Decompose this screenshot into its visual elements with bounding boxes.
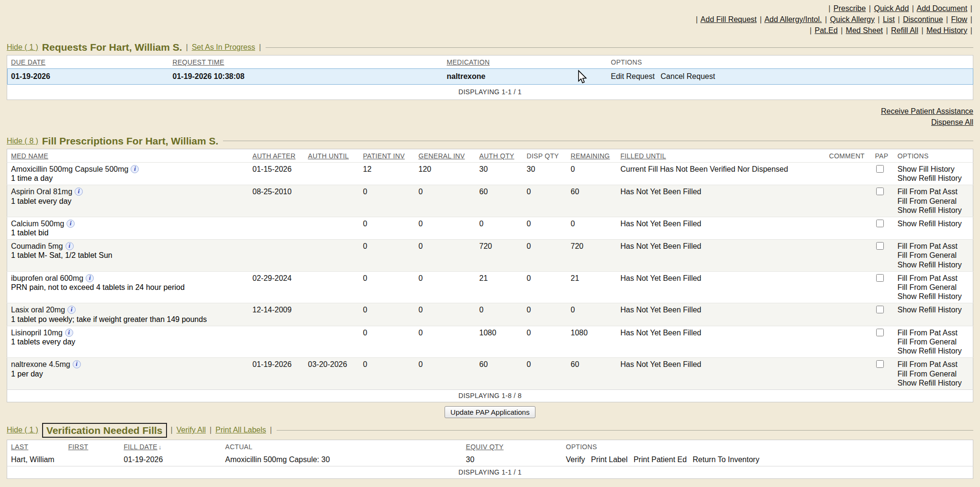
col-filled-until[interactable]: FILLED UNTIL [621,152,666,160]
separator: | [825,15,827,23]
fill-from-general-link[interactable]: Fill From General [898,251,969,260]
nav-quick-add[interactable]: Quick Add [874,4,909,12]
fills-section-title: Fill Prescriptions For Hart, William S. [42,135,219,147]
col-general-inv[interactable]: GENERAL INV [419,152,465,160]
col-due-date[interactable]: DUE DATE [11,58,45,66]
info-icon[interactable]: i [131,165,139,173]
show-refill-history-link[interactable]: Show Refill History [898,206,969,215]
pap-checkbox[interactable] [876,188,884,195]
pap-checkbox[interactable] [876,306,884,313]
col-remaining[interactable]: REMAINING [571,152,610,160]
nav-add-document[interactable]: Add Document [917,4,968,12]
fill-row-coumadin: Coumadin 5mgi 1 tablet M- Sat, 1/2 table… [7,240,973,272]
info-icon[interactable]: i [75,188,83,196]
info-icon[interactable]: i [65,329,73,337]
pap-checkbox[interactable] [876,329,884,336]
nav-pat-ed[interactable]: Pat.Ed [815,26,838,34]
col-patient-inv[interactable]: PATIENT INV [363,152,405,160]
print-all-labels-link[interactable]: Print All Labels [215,426,266,434]
col-disp-qty: DISP QTY [527,152,559,160]
nav-add-allergy-intol[interactable]: Add Allergy/Intol. [764,15,822,23]
return-to-inventory-link[interactable]: Return To Inventory [693,455,759,464]
pap-checkbox[interactable] [876,242,884,250]
cancel-request-link[interactable]: Cancel Request [661,72,715,80]
nav-add-fill-request[interactable]: Add Fill Request [701,15,757,23]
separator: | [270,426,272,434]
receive-patient-assistance-link[interactable]: Receive Patient Assistance [881,107,973,115]
col-medication[interactable]: MEDICATION [447,58,490,66]
nav-list[interactable]: List [883,15,895,23]
remaining-cell: 0 [567,162,617,185]
fill-from-general-link[interactable]: Fill From General [898,283,969,292]
fill-row-ibuprofen: ibuprofen oral 600mgi PRN pain, not to e… [7,271,973,303]
col-comment: COMMENT [829,152,865,160]
col-first[interactable]: FIRST [68,443,89,451]
col-request-time[interactable]: REQUEST TIME [173,58,224,66]
hide-verification-link[interactable]: Hide ( 1 ) [7,426,38,434]
fill-from-general-link[interactable]: Fill From General [898,197,969,206]
fill-from-pat-asst-link[interactable]: Fill From Pat Asst [898,360,969,369]
pap-cell [871,162,894,185]
equiv-qty-cell: 30 [462,453,562,466]
show-refill-history-link[interactable]: Show Refill History [898,219,969,228]
pap-checkbox[interactable] [876,274,884,282]
pap-checkbox[interactable] [876,360,884,368]
disp-qty-cell: 0 [523,271,567,303]
fill-from-pat-asst-link[interactable]: Fill From Pat Asst [898,242,969,251]
info-icon[interactable]: i [66,242,74,250]
auth-qty-cell: 0 [476,303,523,326]
med-cell: Aspirin Oral 81mgi 1 tablet every day [7,185,249,217]
print-patient-ed-link[interactable]: Print Patient Ed [634,455,687,464]
col-auth-until[interactable]: AUTH UNTIL [308,152,349,160]
separator: | [259,43,261,52]
pap-checkbox[interactable] [876,220,884,227]
col-auth-after[interactable]: AUTH AFTER [253,152,296,160]
nav-prescribe[interactable]: Prescribe [834,4,866,12]
info-icon[interactable]: i [67,220,75,228]
fill-from-pat-asst-link[interactable]: Fill From Pat Asst [898,274,969,283]
dispense-all-link[interactable]: Dispense All [931,118,973,126]
col-med-name[interactable]: MED NAME [11,152,48,160]
auth-after-cell: 01-19-2026 [249,358,304,390]
nav-discontinue[interactable]: Discontinue [903,15,943,23]
nav-flow[interactable]: Flow [951,15,968,23]
info-icon[interactable]: i [67,306,76,314]
comment-cell [825,162,871,185]
remaining-cell: 60 [567,185,617,217]
verify-link[interactable]: Verify [566,455,585,464]
verify-all-link[interactable]: Verify All [177,426,206,434]
show-refill-history-link[interactable]: Show Refill History [898,292,969,301]
show-refill-history-link[interactable]: Show Refill History [898,346,969,355]
print-label-link[interactable]: Print Label [591,455,628,464]
show-refill-history-link[interactable]: Show Refill History [898,305,969,314]
request-row[interactable]: 01-19-2026 01-19-2026 10:38:08 naltrexon… [7,68,973,85]
fill-from-pat-asst-link[interactable]: Fill From Pat Asst [898,187,969,196]
col-equiv-qty[interactable]: EQUIV QTY [466,443,504,451]
info-icon[interactable]: i [86,274,94,282]
pap-cell [871,185,894,217]
nav-med-sheet[interactable]: Med Sheet [846,26,883,34]
fill-from-general-link[interactable]: Fill From General [898,337,969,346]
show-refill-history-link[interactable]: Show Refill History [898,260,969,269]
col-auth-qty[interactable]: AUTH QTY [479,152,514,160]
nav-quick-allergy[interactable]: Quick Allergy [830,15,875,23]
hide-requests-link[interactable]: Hide ( 1 ) [7,43,38,52]
hide-fills-link[interactable]: Hide ( 8 ) [7,137,38,145]
med-cell: ibuprofen oral 600mgi PRN pain, not to e… [7,271,249,303]
separator: | [696,15,698,23]
nav-refill-all[interactable]: Refill All [891,26,918,34]
separator: | [970,15,972,23]
fill-from-pat-asst-link[interactable]: Fill From Pat Asst [898,328,969,337]
show-fill-history-link[interactable]: Show Fill History [898,165,969,174]
show-refill-history-link[interactable]: Show Refill History [898,174,969,183]
pap-checkbox[interactable] [876,165,884,173]
set-as-in-progress-link[interactable]: Set As In Progress [192,43,256,52]
nav-med-history[interactable]: Med History [926,26,967,34]
fill-from-general-link[interactable]: Fill From General [898,369,969,378]
update-pap-applications-button[interactable]: Update PAP Applications [445,406,535,418]
edit-request-link[interactable]: Edit Request [611,72,655,80]
col-fill-date[interactable]: FILL DATE [124,443,157,451]
col-last[interactable]: LAST [11,443,28,451]
show-refill-history-link[interactable]: Show Refill History [898,378,969,387]
info-icon[interactable]: i [73,360,81,368]
